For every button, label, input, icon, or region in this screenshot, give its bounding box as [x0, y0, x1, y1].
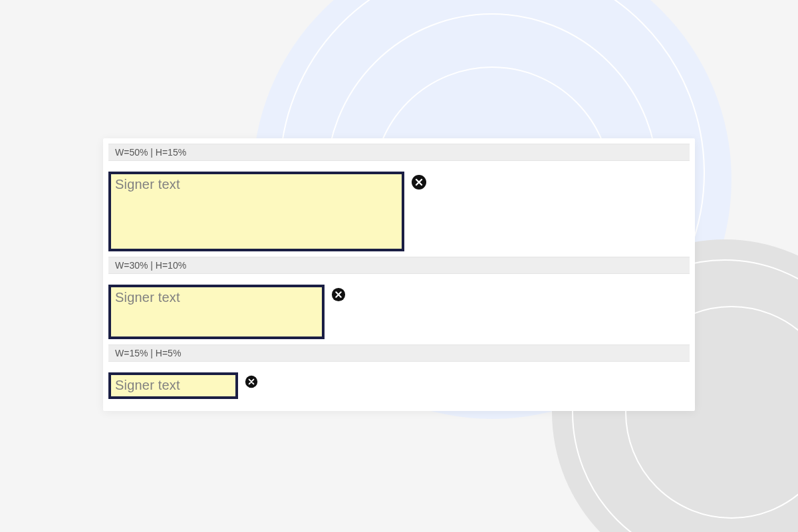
close-icon	[331, 287, 346, 302]
remove-field-button[interactable]	[411, 174, 427, 190]
remove-field-button[interactable]	[245, 375, 258, 388]
signer-text-placeholder: Signer text	[115, 378, 180, 392]
close-icon	[245, 375, 258, 388]
remove-field-button[interactable]	[331, 287, 346, 302]
signer-text-field-row: Signer text	[108, 172, 690, 251]
signer-text-field[interactable]: Signer text	[108, 285, 325, 339]
signer-text-field[interactable]: Signer text	[108, 172, 404, 251]
signer-text-placeholder: Signer text	[115, 177, 180, 192]
signer-text-placeholder: Signer text	[115, 290, 180, 305]
field-dimensions-label: W=15% | H=5%	[108, 344, 690, 362]
close-icon	[411, 174, 427, 190]
signer-text-field-row: Signer text	[108, 285, 690, 339]
signer-text-field[interactable]: Signer text	[108, 372, 238, 399]
field-dimensions-label: W=50% | H=15%	[108, 144, 690, 161]
field-dimensions-label: W=30% | H=10%	[108, 257, 690, 274]
fields-preview-card: W=50% | H=15% Signer text W=30% | H=10% …	[103, 138, 695, 411]
signer-text-field-row: Signer text	[108, 372, 690, 399]
